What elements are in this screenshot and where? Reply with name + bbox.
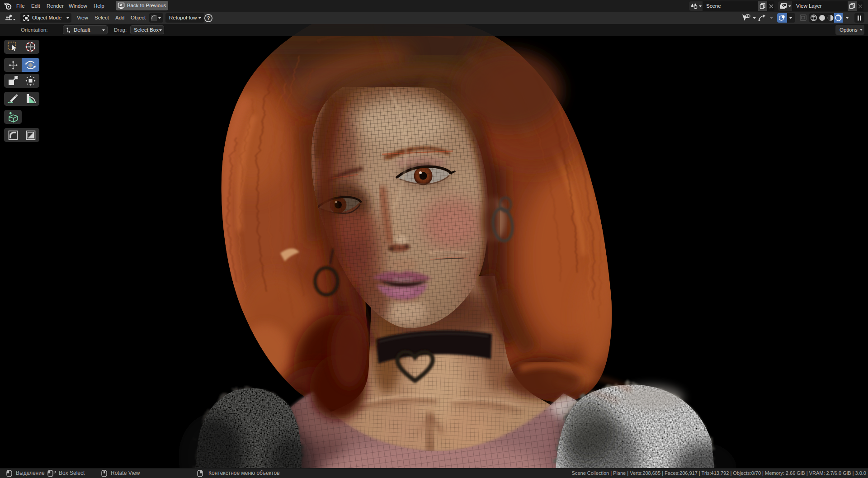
svg-text:?: ? bbox=[207, 15, 210, 21]
